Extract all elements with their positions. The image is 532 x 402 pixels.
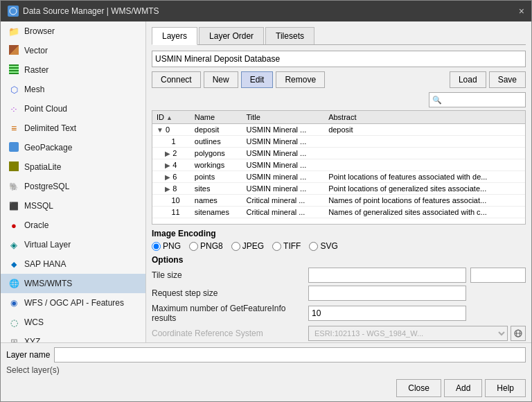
sidebar-item-label: WCS	[24, 317, 44, 327]
sidebar-item-wfs[interactable]: WFS / OGC API - Features	[1, 293, 145, 313]
cell-abstract	[324, 159, 525, 171]
sidebar-item-browser[interactable]: Browser	[1, 21, 145, 41]
sidebar-item-spatialite[interactable]: SpatiaLite	[1, 157, 145, 177]
request-step-input[interactable]	[308, 286, 466, 301]
sidebar-item-wcs[interactable]: WCS	[1, 313, 145, 332]
sidebar-item-oracle[interactable]: Oracle	[1, 216, 145, 235]
sidebar-item-sap[interactable]: SAP HANA	[1, 254, 145, 274]
cell-title: USMIN Mineral ...	[242, 136, 324, 148]
sidebar-item-label: GeoPackage	[24, 143, 72, 152]
cell-title: USMIN Mineral ...	[242, 124, 324, 136]
sidebar-item-label: PostgreSQL	[24, 182, 69, 191]
table-row[interactable]: 10 names Critical mineral ... Names of p…	[152, 195, 525, 207]
connection-dropdown[interactable]: USMIN Mineral Deposit Database	[152, 51, 526, 67]
remove-button[interactable]: Remove	[276, 71, 325, 88]
radio-png8[interactable]: PNG8	[189, 241, 223, 251]
cell-name: sitenames	[190, 207, 242, 218]
cell-name: polygons	[190, 148, 242, 159]
cell-title: USMIN Mineral ...	[242, 148, 324, 159]
sidebar-item-wms[interactable]: WMS/WMTS	[1, 274, 145, 293]
cell-abstract: deposit	[324, 124, 525, 136]
max-features-input[interactable]	[308, 306, 466, 321]
load-button[interactable]: Load	[450, 71, 486, 88]
table-row[interactable]: ▶ 6 points USMIN mineral ... Point locat…	[152, 171, 525, 183]
close-button[interactable]: Close	[396, 379, 441, 397]
radio-tiff[interactable]: TIFF	[272, 241, 301, 251]
table-row[interactable]: ▶ 8 sites USMIN mineral ... Point locati…	[152, 183, 525, 195]
request-step-label: Request step size	[152, 288, 304, 298]
col-abstract[interactable]: Abstract	[324, 111, 525, 124]
sidebar-item-label: Virtual Layer	[24, 240, 71, 250]
tab-layers[interactable]: Layers	[152, 27, 197, 45]
delimited-icon	[8, 122, 20, 134]
help-button[interactable]: Help	[485, 379, 526, 397]
tab-tilesets[interactable]: Tilesets	[265, 27, 314, 44]
options-section: Options Tile size Request step size Maxi…	[152, 255, 526, 342]
cell-name: workings	[190, 159, 242, 171]
col-name[interactable]: Name	[190, 111, 242, 124]
layers-table: ID ▲ Name Title Abstract ▼ 0 deposit USM…	[152, 111, 525, 218]
postgresql-icon	[8, 180, 20, 193]
radio-jpeg[interactable]: JPEG	[231, 241, 264, 251]
oracle-icon	[8, 219, 20, 231]
cell-title: USMIN mineral ...	[242, 183, 324, 195]
table-row[interactable]: 1 outlines USMIN Mineral ...	[152, 136, 525, 148]
sidebar-item-pointcloud[interactable]: Point Cloud	[1, 99, 145, 119]
sidebar-item-geopackage[interactable]: GeoPackage	[1, 138, 145, 157]
sidebar-item-delimited[interactable]: Delimited Text	[1, 119, 145, 138]
close-window-button[interactable]: ×	[519, 6, 524, 17]
options-grid: Tile size Request step size Maximum numb…	[152, 268, 526, 342]
cell-id: ▶ 8	[152, 183, 190, 195]
sidebar-item-label: Raster	[24, 65, 48, 75]
sidebar-item-label: WFS / OGC API - Features	[24, 298, 124, 308]
sidebar-item-label: SAP HANA	[24, 259, 66, 269]
tile-size-input1[interactable]	[308, 268, 466, 283]
wfs-icon	[8, 297, 20, 309]
sidebar-item-virtual[interactable]: Virtual Layer	[1, 235, 145, 254]
sidebar-item-raster[interactable]: Raster	[1, 60, 145, 80]
crs-select[interactable]: ESRI:102113 - WGS_1984_W...	[308, 326, 508, 341]
pointcloud-icon	[8, 103, 20, 115]
titlebar: Data Source Manager | WMS/WMTS ×	[1, 1, 531, 21]
sidebar-item-label: Browser	[24, 26, 55, 36]
col-title[interactable]: Title	[242, 111, 324, 124]
new-button[interactable]: New	[204, 71, 238, 88]
mesh-icon	[8, 83, 20, 96]
search-icon: 🔍	[432, 96, 442, 105]
table-row[interactable]: ▶ 2 polygons USMIN Mineral ...	[152, 148, 525, 159]
table-row[interactable]: ▼ 0 deposit USMIN Mineral ... deposit	[152, 124, 525, 136]
raster-icon	[8, 64, 20, 76]
add-button[interactable]: Add	[444, 379, 482, 397]
wms-icon	[8, 277, 20, 290]
folder-icon	[8, 25, 20, 37]
sidebar: Browser Vector Raster Mesh Point Cloud D…	[1, 21, 146, 342]
sidebar-item-xyz[interactable]: XYZ	[1, 332, 145, 342]
select-layers-row: Select layer(s)	[6, 365, 526, 375]
layer-name-input[interactable]	[54, 347, 526, 362]
cell-abstract: Point locations of generalized sites ass…	[324, 183, 525, 195]
radio-png[interactable]: PNG	[152, 241, 181, 251]
radio-svg[interactable]: SVG	[309, 241, 337, 251]
edit-button[interactable]: Edit	[241, 71, 274, 88]
sidebar-item-postgresql[interactable]: PostgreSQL	[1, 177, 145, 196]
sidebar-item-label: Mesh	[24, 85, 44, 94]
cell-id: ▼ 0	[152, 124, 190, 136]
table-row[interactable]: ▶ 4 workings USMIN Mineral ...	[152, 159, 525, 171]
sidebar-item-mesh[interactable]: Mesh	[1, 80, 145, 99]
crs-browse-button[interactable]	[511, 326, 526, 341]
save-button[interactable]: Save	[489, 71, 526, 88]
tab-layerorder[interactable]: Layer Order	[199, 27, 264, 44]
cell-name: sites	[190, 183, 242, 195]
sidebar-item-label: Delimited Text	[24, 123, 76, 133]
table-row[interactable]: 11 sitenames Critical mineral ... Names …	[152, 207, 525, 218]
select-layers-label: Select layer(s)	[6, 365, 60, 375]
col-id[interactable]: ID ▲	[152, 111, 190, 124]
sidebar-item-label: WMS/WMTS	[24, 279, 72, 288]
sidebar-item-vector[interactable]: Vector	[1, 41, 145, 60]
image-encoding-section: Image Encoding PNG PNG8 JPEG TIFF	[152, 229, 526, 251]
spatialite-icon	[8, 161, 20, 173]
search-input[interactable]	[443, 95, 522, 105]
sidebar-item-mssql[interactable]: MSSQL	[1, 196, 145, 216]
tile-size-input2[interactable]	[470, 268, 526, 283]
connect-button[interactable]: Connect	[152, 71, 201, 88]
